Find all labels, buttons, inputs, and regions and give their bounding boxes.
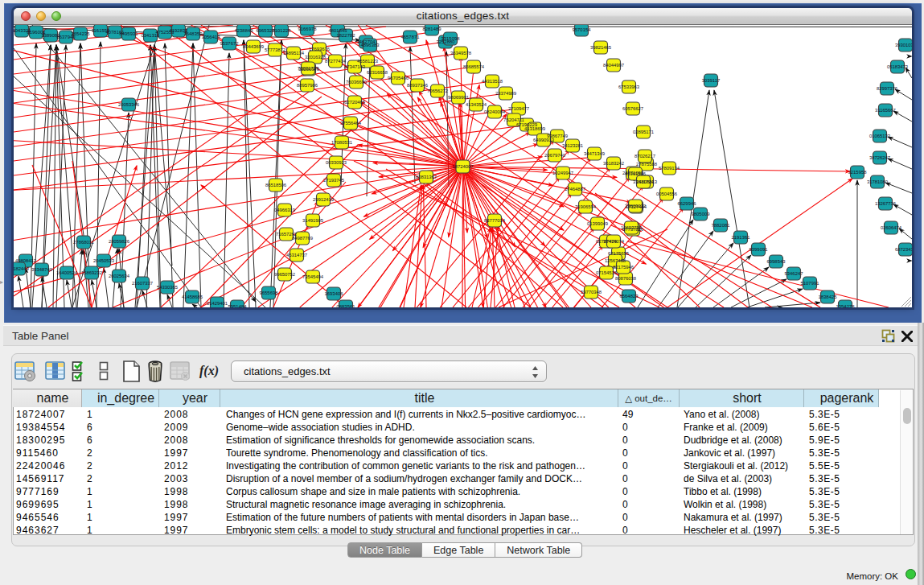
svg-text:67533963: 67533963 bbox=[618, 84, 640, 89]
svg-text:36183242: 36183242 bbox=[603, 161, 624, 166]
svg-text:39821465: 39821465 bbox=[590, 45, 612, 50]
svg-text:45314737: 45314737 bbox=[286, 253, 307, 257]
svg-text:15869232: 15869232 bbox=[81, 270, 102, 275]
svg-text:83777014: 83777014 bbox=[484, 218, 506, 223]
svg-text:14895134: 14895134 bbox=[283, 51, 305, 56]
svg-text:10249947: 10249947 bbox=[552, 171, 573, 175]
svg-text:7648350: 7648350 bbox=[184, 31, 203, 36]
svg-text:41182449: 41182449 bbox=[14, 266, 29, 271]
svg-text:88957986: 88957986 bbox=[297, 83, 318, 88]
svg-text:62316658: 62316658 bbox=[367, 70, 388, 75]
svg-text:00504556: 00504556 bbox=[656, 192, 678, 196]
svg-text:85685574: 85685574 bbox=[463, 64, 485, 69]
svg-text:00330923: 00330923 bbox=[326, 160, 347, 165]
svg-text:4238849: 4238849 bbox=[235, 28, 253, 33]
svg-text:23869222: 23869222 bbox=[625, 204, 646, 208]
svg-text:45581223: 45581223 bbox=[357, 59, 379, 64]
svg-text:34123281: 34123281 bbox=[562, 143, 583, 148]
svg-text:80876038: 80876038 bbox=[615, 276, 637, 281]
svg-text:20450533: 20450533 bbox=[93, 258, 115, 263]
svg-text:64990913: 64990913 bbox=[533, 138, 555, 142]
svg-text:1693406: 1693406 bbox=[325, 291, 344, 296]
svg-text:54330365: 54330365 bbox=[157, 285, 179, 290]
svg-text:9655698: 9655698 bbox=[260, 290, 279, 295]
svg-text:88937346: 88937346 bbox=[407, 83, 429, 88]
svg-text:82997376: 82997376 bbox=[877, 86, 898, 91]
svg-text:87277434: 87277434 bbox=[325, 59, 347, 64]
svg-text:37474074: 37474074 bbox=[603, 239, 625, 244]
svg-text:01065133: 01065133 bbox=[869, 134, 891, 138]
svg-text:34471349: 34471349 bbox=[584, 151, 605, 156]
svg-text:41458685: 41458685 bbox=[182, 295, 203, 299]
svg-text:35348740: 35348740 bbox=[31, 267, 53, 272]
svg-text:6629946: 6629946 bbox=[678, 201, 697, 206]
svg-text:20679740: 20679740 bbox=[544, 153, 566, 158]
svg-text:73545494: 73545494 bbox=[302, 274, 324, 279]
svg-text:5346247: 5346247 bbox=[785, 271, 803, 276]
svg-text:98069901: 98069901 bbox=[448, 95, 469, 100]
svg-text:5951484: 5951484 bbox=[228, 304, 248, 307]
svg-text:3039117: 3039117 bbox=[702, 78, 721, 83]
svg-text:08240084: 08240084 bbox=[484, 109, 506, 114]
svg-text:26025634: 26025634 bbox=[109, 274, 130, 278]
svg-text:9570154: 9570154 bbox=[573, 27, 592, 32]
svg-text:67175655: 67175655 bbox=[608, 251, 630, 256]
svg-text:80443699: 80443699 bbox=[243, 44, 264, 49]
svg-text:2191361: 2191361 bbox=[732, 235, 750, 240]
svg-text:60576627: 60576627 bbox=[622, 106, 643, 111]
svg-text:39301031: 39301031 bbox=[895, 43, 912, 47]
svg-text:17693676: 17693676 bbox=[309, 47, 331, 51]
svg-text:29912419: 29912419 bbox=[313, 197, 334, 202]
svg-text:01429401: 01429401 bbox=[207, 301, 228, 306]
svg-text:0883561: 0883561 bbox=[337, 304, 355, 307]
svg-text:87026217: 87026217 bbox=[634, 154, 655, 159]
svg-text:80831367: 80831367 bbox=[416, 175, 437, 179]
svg-text:38726247: 38726247 bbox=[869, 155, 890, 160]
svg-text:1354278: 1354278 bbox=[836, 304, 856, 307]
svg-text:62720465: 62720465 bbox=[344, 100, 366, 105]
svg-text:19693792: 19693792 bbox=[621, 225, 642, 230]
svg-text:1838425: 1838425 bbox=[819, 295, 838, 299]
svg-text:07154516: 07154516 bbox=[596, 270, 618, 275]
svg-text:12567468: 12567468 bbox=[605, 258, 626, 263]
svg-text:31491905: 31491905 bbox=[302, 218, 324, 223]
svg-text:49808412: 49808412 bbox=[15, 258, 36, 263]
svg-text:41318699: 41318699 bbox=[524, 126, 545, 131]
svg-text:86518506: 86518506 bbox=[265, 183, 287, 187]
svg-text:6564823: 6564823 bbox=[620, 294, 639, 299]
svg-text:87347143: 87347143 bbox=[344, 64, 366, 69]
svg-text:96705466: 96705466 bbox=[388, 76, 409, 80]
svg-text:36349578: 36349578 bbox=[450, 51, 472, 56]
svg-text:8495931: 8495931 bbox=[120, 31, 138, 36]
svg-text:41343524: 41343524 bbox=[466, 102, 487, 107]
svg-text:84044997: 84044997 bbox=[603, 63, 624, 68]
svg-text:1822782: 1822782 bbox=[337, 33, 355, 38]
svg-text:20053346: 20053346 bbox=[118, 102, 140, 107]
svg-text:44313518: 44313518 bbox=[482, 79, 503, 84]
svg-text:21607337: 21607337 bbox=[132, 281, 153, 286]
svg-text:27875588: 27875588 bbox=[636, 162, 658, 167]
svg-text:3215958: 3215958 bbox=[848, 170, 868, 175]
svg-text:9166978: 9166978 bbox=[298, 27, 318, 31]
svg-text:02606474: 02606474 bbox=[881, 225, 902, 230]
svg-text:32016328: 32016328 bbox=[305, 55, 326, 60]
svg-text:01399049: 01399049 bbox=[587, 221, 608, 226]
svg-text:99650752: 99650752 bbox=[274, 272, 295, 277]
svg-text:59770348: 59770348 bbox=[581, 290, 602, 295]
svg-text:02895171: 02895171 bbox=[633, 130, 654, 134]
svg-text:17464887: 17464887 bbox=[565, 187, 585, 192]
svg-text:71906594: 71906594 bbox=[575, 204, 597, 209]
svg-text:31781080: 31781080 bbox=[867, 179, 889, 184]
svg-text:9399091: 9399091 bbox=[749, 247, 768, 252]
svg-text:37556464: 37556464 bbox=[340, 121, 362, 126]
svg-text:4657871: 4657871 bbox=[401, 35, 420, 39]
svg-text:27193745: 27193745 bbox=[323, 178, 345, 183]
svg-text:6998543: 6998543 bbox=[767, 259, 786, 264]
svg-text:70831727: 70831727 bbox=[298, 66, 318, 71]
svg-text:13267736: 13267736 bbox=[875, 201, 897, 206]
svg-text:3056413: 3056413 bbox=[202, 35, 221, 39]
svg-text:27109477: 27109477 bbox=[508, 106, 529, 111]
svg-text:3315098: 3315098 bbox=[441, 36, 461, 41]
svg-text:31611724: 31611724 bbox=[633, 179, 654, 184]
svg-text:84987769: 84987769 bbox=[292, 236, 313, 241]
